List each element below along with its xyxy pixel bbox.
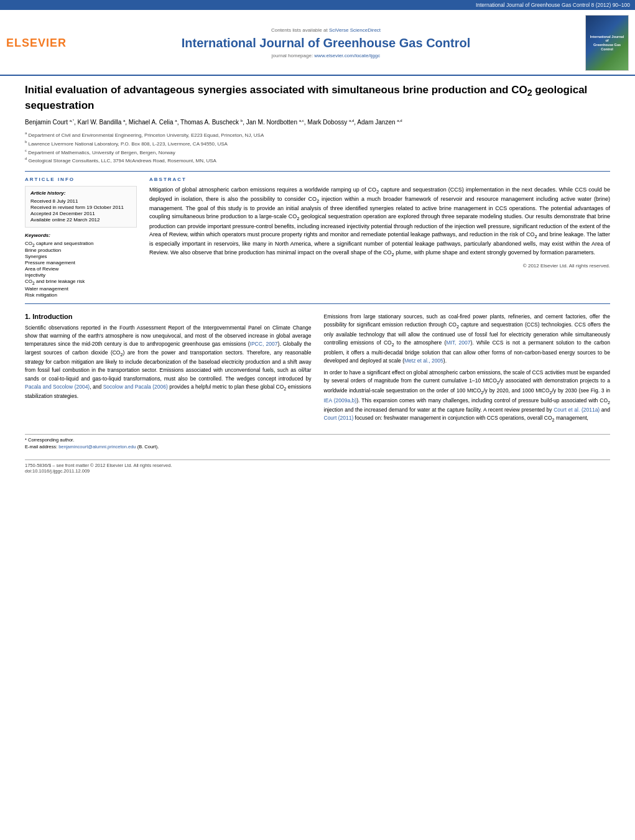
body-section: 1. Introduction Scientific observations … [25, 313, 610, 428]
sciverse-link[interactable]: SciVerse ScienceDirect [329, 27, 381, 33]
bottom-bar: 1750-5836/$ – see front matter © 2012 El… [25, 459, 610, 474]
keywords-section: Keywords: CO2 capture and sequestration … [25, 233, 137, 298]
elsevier-logo: ELSEVIER [6, 37, 67, 50]
keyword-8: Water management [25, 286, 137, 292]
right-column: ABSTRACT Mitigation of global atmospheri… [149, 177, 610, 298]
footnotes: * Corresponding author. E-mail address: … [25, 434, 610, 450]
doi-line: doi:10.1016/j.ijggc.2011.12.009 [25, 468, 610, 474]
court2011-link[interactable]: Court (2011) [324, 415, 354, 421]
journal-title: International Journal of Greenhouse Gas … [79, 35, 573, 50]
article-history-label: Article history: [30, 190, 131, 196]
keyword-7: CO2 and brine leakage risk [25, 279, 137, 285]
affiliation-d: d Geological Storage Consultants, LLC, 3… [25, 156, 610, 165]
affiliations: a Department of Civil and Environmental … [25, 131, 610, 165]
email-footnote: E-mail address: benjamincourt@alumni.pri… [25, 444, 610, 450]
keyword-5: Area of Review [25, 266, 137, 272]
abstract-text: Mitigation of global atmospheric carbon … [149, 186, 610, 258]
socolow-link[interactable]: Socolow and Pacala (2006) [103, 384, 168, 390]
abstract-heading: ABSTRACT [149, 177, 610, 182]
intro-left: 1. Introduction Scientific observations … [25, 313, 312, 428]
accepted-date: Accepted 24 December 2011 [30, 211, 131, 216]
affiliation-a: a Department of Civil and Environmental … [25, 131, 610, 139]
elsevier-branding: ELSEVIER [6, 37, 67, 50]
iea-link[interactable]: IEA (2009a,b) [324, 397, 357, 404]
revised-date: Received in revised form 19 October 2011 [30, 205, 131, 210]
keyword-9: Risk mitigation [25, 292, 137, 298]
main-content: Initial evaluation of advantageous syner… [0, 76, 635, 481]
keyword-1: CO2 capture and sequestration [25, 241, 137, 247]
intro-right-text-2: In order to have a significant effect on… [324, 369, 611, 424]
intro-title: 1. Introduction [25, 313, 312, 320]
article-info-heading: ARTICLE INFO [25, 177, 137, 182]
sciverse-line: Contents lists available at SciVerse Sci… [79, 27, 573, 33]
received-date: Received 8 July 2011 [30, 198, 131, 204]
corresponding-footnote: * Corresponding author. [25, 437, 610, 443]
journal-info: Contents lists available at SciVerse Sci… [67, 27, 585, 58]
available-date: Available online 22 March 2012 [30, 217, 131, 223]
affiliation-b: b Lawrence Livermore National Laboratory… [25, 139, 610, 148]
cover-title: International Journal ofGreenhouse GasCo… [588, 35, 626, 51]
keyword-6: Injectivity [25, 272, 137, 278]
top-bar: International Journal of Greenhouse Gas … [0, 0, 635, 10]
ipcc-link[interactable]: IPCC, 2007 [250, 341, 278, 347]
keyword-4: Pressure management [25, 260, 137, 265]
journal-cover: International Journal ofGreenhouse GasCo… [585, 15, 629, 71]
affiliation-c: c Department of Mathematics, University … [25, 148, 610, 157]
journal-homepage: journal homepage: www.elsevier.com/locat… [79, 53, 573, 58]
keyword-2: Brine production [25, 247, 137, 253]
copyright-line: © 2012 Elsevier Ltd. All rights reserved… [149, 263, 610, 269]
metz-link[interactable]: Metz et al., 2005 [404, 358, 443, 364]
keyword-3: Synergies [25, 254, 137, 259]
info-abstract-section: ARTICLE INFO Article history: Received 8… [25, 177, 610, 298]
homepage-link[interactable]: www.elsevier.com/locate/ijggc [314, 53, 380, 58]
pacala-link[interactable]: Pacala and Socolow (2004) [25, 384, 90, 390]
journal-header: ELSEVIER Contents lists available at Sci… [0, 10, 635, 76]
issn-line: 1750-5836/$ – see front matter © 2012 El… [25, 463, 610, 468]
email-link[interactable]: benjamincourt@alumni.princeton.edu [58, 444, 136, 450]
mit-link[interactable]: MIT, 2007 [446, 339, 470, 346]
intro-left-text: Scientific observations reported in the … [25, 324, 312, 401]
keywords-label: Keywords: [25, 233, 137, 238]
left-column: ARTICLE INFO Article history: Received 8… [25, 177, 137, 298]
article-history-box: Article history: Received 8 July 2011 Re… [25, 186, 137, 228]
intro-right-text-1: Emissions from large stationary sources,… [324, 313, 611, 365]
court-link[interactable]: Court et al. (2011a) [554, 407, 600, 413]
journal-citation: International Journal of Greenhouse Gas … [476, 2, 630, 8]
divider [25, 171, 610, 172]
intro-right: Emissions from large stationary sources,… [324, 313, 611, 428]
article-title: Initial evaluation of advantageous syner… [25, 83, 610, 113]
authors-line: Benjamin Court a,*, Karl W. Bandilla a, … [25, 119, 610, 126]
divider-2 [25, 303, 610, 304]
